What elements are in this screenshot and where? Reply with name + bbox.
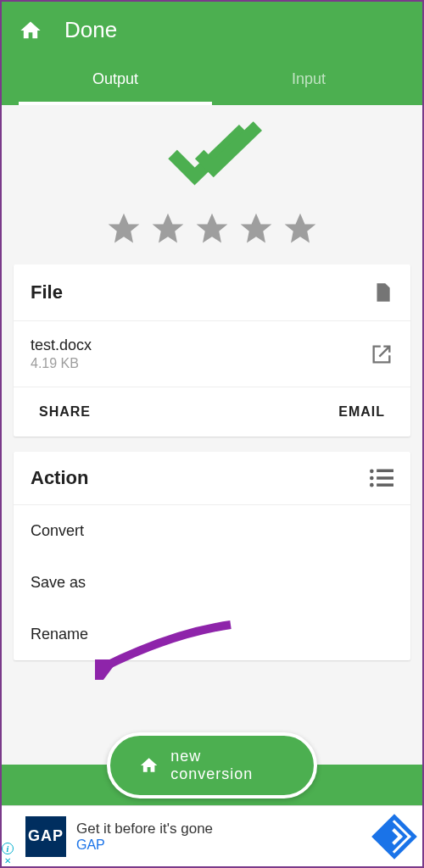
home-icon[interactable] (19, 19, 42, 42)
action-convert[interactable]: Convert (14, 505, 410, 557)
ad-subtext: GAP (76, 837, 378, 853)
tabs: Output Input (19, 57, 405, 105)
file-size: 4.19 KB (31, 356, 92, 371)
ad-headline: Get it before it's gone (76, 821, 378, 837)
action-rename[interactable]: Rename (14, 609, 410, 660)
action-save-as[interactable]: Save as (14, 557, 410, 609)
ad-banner[interactable]: i ✕ GAP Get it before it's gone GAP (2, 805, 422, 866)
star-1[interactable] (105, 210, 142, 248)
ad-close-icon[interactable]: ✕ (2, 854, 14, 866)
page-title: Done (64, 17, 117, 43)
file-heading: File (31, 281, 63, 303)
fab-label: new conversion (170, 748, 285, 783)
rating-stars (2, 203, 422, 264)
home-icon (139, 755, 159, 776)
file-card: File test.docx 4.19 KB SHARE EMAIL (14, 264, 410, 437)
document-icon (371, 280, 393, 305)
star-4[interactable] (237, 210, 275, 248)
tab-output[interactable]: Output (19, 57, 212, 105)
ad-logo: GAP (25, 816, 66, 857)
svg-point-0 (370, 470, 374, 474)
action-heading: Action (31, 467, 88, 489)
adchoices-icon[interactable]: i (2, 843, 14, 854)
svg-rect-5 (377, 483, 393, 487)
open-external-icon[interactable] (370, 342, 393, 366)
tab-input[interactable]: Input (212, 57, 405, 105)
star-5[interactable] (282, 210, 319, 248)
action-card: Action Convert Save as Rename (14, 452, 410, 660)
svg-point-4 (370, 483, 374, 487)
new-conversion-button[interactable]: new conversion (107, 732, 317, 798)
ad-go-icon[interactable] (378, 821, 410, 853)
star-2[interactable] (149, 210, 187, 248)
ad-badge: i ✕ (2, 843, 14, 866)
share-button[interactable]: SHARE (14, 387, 212, 437)
star-3[interactable] (193, 210, 231, 248)
file-name: test.docx (31, 337, 92, 354)
list-icon[interactable] (370, 469, 393, 487)
email-button[interactable]: EMAIL (212, 387, 410, 437)
svg-rect-3 (377, 476, 393, 480)
svg-rect-1 (377, 470, 393, 473)
svg-point-2 (370, 476, 374, 481)
success-check-icon (2, 105, 422, 203)
